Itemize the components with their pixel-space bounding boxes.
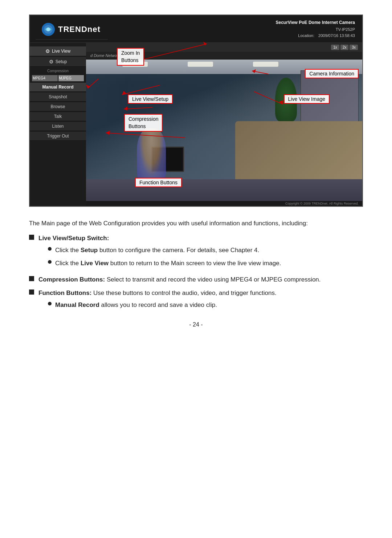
setup-label: Setup <box>56 59 67 64</box>
mpeg4-button[interactable]: MPEG4 <box>32 75 58 81</box>
liveview-sub-list: Click the Setup button to configure the … <box>48 245 281 268</box>
live-view-button[interactable]: ⚙ Live View <box>30 46 86 56</box>
manual-record-button[interactable]: Manual Record <box>30 83 86 92</box>
live-view-setup-annotation: Live View/Setup <box>128 94 173 104</box>
body-text: The Main page of the Web Configuration p… <box>29 218 363 329</box>
camera-information-annotation: Camera Information <box>305 69 359 78</box>
intro-paragraph: The Main page of the Web Configuration p… <box>29 218 363 228</box>
sub-item-liveview: Click the Live View button to return to … <box>48 258 281 268</box>
zoom-in-annotation: Zoom InButtons <box>117 48 144 66</box>
cam-header: TRENDnet SecurView PoE Dome Internet Cam… <box>30 15 362 43</box>
location-label: Location: <box>298 33 314 38</box>
logo-area: TRENDnet <box>36 19 108 40</box>
cam-model-sub: TV-IP252P <box>275 26 355 33</box>
live-view-label: Live View <box>52 49 70 54</box>
cam-body: ⚙ Live View ⚙ Setup Compression MPEG4 MJ… <box>30 43 362 206</box>
talk-button[interactable]: Talk <box>30 112 86 121</box>
camera-info-header: SecurView PoE Dome Internet Camera TV-IP… <box>275 19 355 39</box>
person <box>137 128 166 183</box>
ceiling-light-2 <box>188 62 213 67</box>
list-item-compression-content: Compression Buttons: Select to transmit … <box>38 275 321 284</box>
live-view-image-label: Live View Image <box>288 96 325 102</box>
compression-buttons: MPEG4 MJPEG <box>30 74 86 82</box>
location-value: 2009/07/16 13:58:43 <box>318 33 355 38</box>
sub-item-manual-record: Manual Record allows you to record and s… <box>48 300 277 310</box>
live-view-icon: ⚙ <box>45 48 50 54</box>
main-bullet-list: Live View/Setup Switch: Click the Setup … <box>29 233 363 313</box>
function-bold: Function Buttons: <box>38 289 91 296</box>
function-buttons-label: Function Buttons <box>139 180 177 185</box>
bullet-square-compression <box>29 276 34 281</box>
floor <box>86 179 362 201</box>
function-sub-list: Manual Record allows you to record and s… <box>48 300 277 310</box>
zoom-3x-button[interactable]: 3x <box>350 45 358 50</box>
function-buttons-annotation: Function Buttons <box>135 178 182 187</box>
list-item-function-content: Function Buttons: Use these buttons to c… <box>38 288 277 313</box>
screenshot-container: TRENDnet SecurView PoE Dome Internet Cam… <box>29 15 363 207</box>
camera-information-label: Camera Information <box>309 71 354 77</box>
sub-item-liveview-text: Click the Live View button to return to … <box>55 258 281 268</box>
list-item-compression: Compression Buttons: Select to transmit … <box>29 275 363 284</box>
compression-label-box: CompressionButtons <box>128 116 158 129</box>
trendnet-logo-icon <box>41 22 55 36</box>
cam-model-title: SecurView PoE Dome Internet Camera <box>275 19 355 26</box>
page-number: - 24 - <box>29 320 363 329</box>
zoom-1x-button[interactable]: 1x <box>331 45 339 50</box>
compression-label: Compression <box>30 67 86 74</box>
snapshot-button[interactable]: Snapshot <box>30 93 86 102</box>
list-item-function: Function Buttons: Use these buttons to c… <box>29 288 363 313</box>
trigger-out-button[interactable]: Trigger Out <box>30 132 86 141</box>
list-item-liveview-content: Live View/Setup Switch: Click the Setup … <box>38 233 281 271</box>
compression-annotation: CompressionButtons <box>124 114 163 132</box>
compression-bold: Compression Buttons: <box>38 276 105 283</box>
sub-bullet-setup <box>48 247 52 251</box>
cam-footer: Copyright © 2009 TRENDnet. All Rights Re… <box>86 201 362 206</box>
sub-bullet-liveview <box>48 260 52 264</box>
function-text: Use these buttons to control the audio, … <box>91 289 276 296</box>
bullet-square-liveview <box>29 235 34 240</box>
brand-name: TRENDnet <box>58 25 101 34</box>
live-view-image-annotation: Live View Image <box>284 94 330 104</box>
ceiling-light-3 <box>253 62 278 67</box>
liveview-label: Live View/Setup Switch: <box>38 235 109 242</box>
sub-item-manual-record-text: Manual Record allows you to record and s… <box>55 300 217 310</box>
zoom-buttons-group: 1x 2x 3x <box>331 45 358 50</box>
bullet-square-function <box>29 289 34 295</box>
zoom-2x-button[interactable]: 2x <box>340 45 349 50</box>
svg-point-2 <box>46 28 50 31</box>
sub-item-setup-text: Click the Setup button to configure the … <box>55 245 259 255</box>
listen-button[interactable]: Listen <box>30 122 86 131</box>
setup-button[interactable]: ⚙ Setup <box>30 57 86 67</box>
setup-icon: ⚙ <box>49 59 54 65</box>
mjpeg-button[interactable]: MJPEG <box>58 75 84 81</box>
cam-location: Location: 2009/07/16 13:58:43 <box>275 33 355 39</box>
sidebar: ⚙ Live View ⚙ Setup Compression MPEG4 MJ… <box>30 43 86 206</box>
screenshot-inner: TRENDnet SecurView PoE Dome Internet Cam… <box>30 15 362 206</box>
sub-item-setup: Click the Setup button to configure the … <box>48 245 281 255</box>
sub-bullet-manual-record <box>48 302 52 305</box>
compression-text: Select to transmit and record the video … <box>105 276 320 283</box>
list-item-liveview: Live View/Setup Switch: Click the Setup … <box>29 233 363 271</box>
browse-button[interactable]: Browse <box>30 102 86 111</box>
live-view-setup-label: Live View/Setup <box>132 96 168 102</box>
